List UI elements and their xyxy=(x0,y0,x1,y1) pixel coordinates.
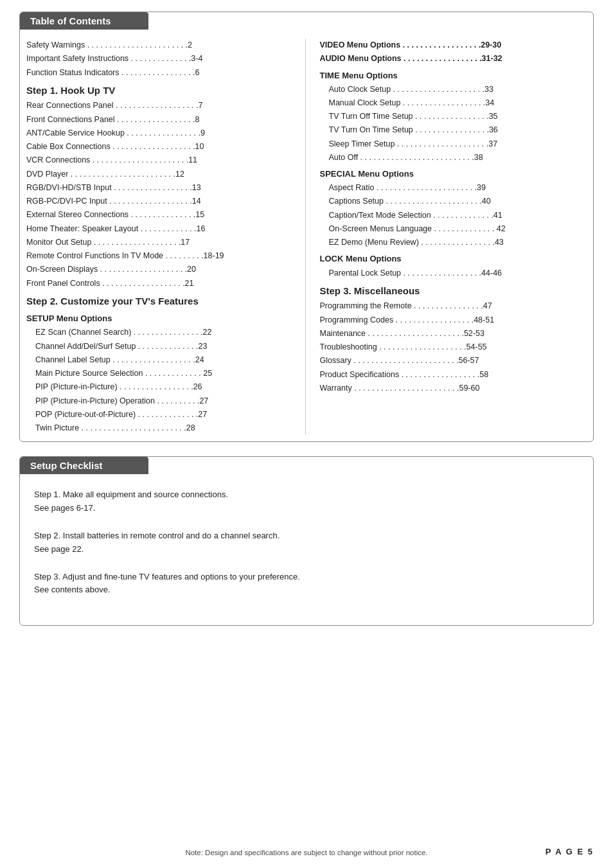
toc-entry: ANT/Cable Service Hookup . . . . . . . .… xyxy=(26,127,294,140)
toc-entry: Channel Add/Del/Surf Setup . . . . . . .… xyxy=(26,340,294,353)
page-wrapper: Table of Contents Safety Warnings . . . … xyxy=(0,0,613,868)
toc-entry: PIP (Picture-in-Picture) . . . . . . . .… xyxy=(26,380,294,394)
footer-note-text: Note: Design and specifications are subj… xyxy=(185,849,427,856)
toc-entry: VCR Connections . . . . . . . . . . . . … xyxy=(26,154,294,167)
toc-entry: Front Panel Controls . . . . . . . . . .… xyxy=(26,277,294,290)
toc-entry: Cable Box Connections . . . . . . . . . … xyxy=(26,140,294,154)
toc-entry: SPECIAL Menu Options xyxy=(320,167,587,181)
toc-entry: Auto Clock Setup . . . . . . . . . . . .… xyxy=(320,83,587,96)
toc-entry: TIME Menu Options xyxy=(320,69,587,83)
toc-entry: PIP (Picture-in-Picture) Operation . . .… xyxy=(26,394,294,408)
toc-entry: TV Turn On Time Setup . . . . . . . . . … xyxy=(320,123,587,137)
toc-entry: Parental Lock Setup . . . . . . . . . . … xyxy=(320,267,587,280)
toc-entry: TV Turn Off Time Setup . . . . . . . . .… xyxy=(320,110,587,123)
toc-entry: Aspect Ratio . . . . . . . . . . . . . .… xyxy=(320,181,587,195)
setup-step: Step 3. Adjust and fine-tune TV features… xyxy=(34,571,579,598)
toc-entry: Home Theater: Speaker Layout . . . . . .… xyxy=(26,222,294,236)
checklist-content: Step 1. Make all equipment and source co… xyxy=(20,474,593,625)
toc-entry: AUDIO Menu Options . . . . . . . . . . .… xyxy=(320,52,587,66)
toc-entry: EZ Scan (Channel Search) . . . . . . . .… xyxy=(26,326,294,339)
toc-entry: Twin Picture . . . . . . . . . . . . . .… xyxy=(26,421,294,435)
toc-entry: LOCK Menu Options xyxy=(320,252,587,266)
toc-entry: Captions Setup . . . . . . . . . . . . .… xyxy=(320,195,587,208)
toc-entry: Function Status Indicators . . . . . . .… xyxy=(26,66,294,80)
toc-entry: On-Screen Menus Language . . . . . . . .… xyxy=(320,222,587,236)
toc-entry: Step 3. Miscellaneous xyxy=(320,283,587,299)
toc-entry: VIDEO Menu Options . . . . . . . . . . .… xyxy=(320,39,587,52)
toc-entry: EZ Demo (Menu Review) . . . . . . . . . … xyxy=(320,236,587,249)
setup-checklist-section: Setup Checklist Step 1. Make all equipme… xyxy=(19,456,594,626)
toc-entry: Warranty . . . . . . . . . . . . . . . .… xyxy=(320,382,587,395)
checklist-header-row: Setup Checklist xyxy=(20,457,593,474)
toc-section: Table of Contents Safety Warnings . . . … xyxy=(19,12,594,442)
toc-content: Safety Warnings . . . . . . . . . . . . … xyxy=(20,30,593,441)
toc-entry: Programming Codes . . . . . . . . . . . … xyxy=(320,314,587,327)
toc-entry: Programming the Remote . . . . . . . . .… xyxy=(320,299,587,313)
toc-entry: Auto Off . . . . . . . . . . . . . . . .… xyxy=(320,151,587,164)
toc-entry: Maintenance . . . . . . . . . . . . . . … xyxy=(320,327,587,341)
toc-left-column: Safety Warnings . . . . . . . . . . . . … xyxy=(26,39,306,435)
toc-entry: Sleep Timer Setup . . . . . . . . . . . … xyxy=(320,137,587,151)
toc-entry: POP (Picture-out-of-Picture) . . . . . .… xyxy=(26,408,294,421)
toc-entry: Safety Warnings . . . . . . . . . . . . … xyxy=(26,39,294,52)
toc-header-row: Table of Contents xyxy=(20,12,593,30)
toc-entry: RGB-PC/DVI-PC Input . . . . . . . . . . … xyxy=(26,195,294,208)
toc-entry: Rear Connections Panel . . . . . . . . .… xyxy=(26,99,294,112)
setup-step: Step 2. Install batteries in remote cont… xyxy=(34,529,579,556)
toc-entry: On-Screen Displays . . . . . . . . . . .… xyxy=(26,263,294,276)
toc-entry: Troubleshooting . . . . . . . . . . . . … xyxy=(320,341,587,354)
toc-entry: Caption/Text Mode Selection . . . . . . … xyxy=(320,209,587,222)
toc-entry: Front Connections Panel . . . . . . . . … xyxy=(26,113,294,127)
toc-entry: External Stereo Connections . . . . . . … xyxy=(26,208,294,222)
toc-entry: Glossary . . . . . . . . . . . . . . . .… xyxy=(320,354,587,368)
toc-entry: Manual Clock Setup . . . . . . . . . . .… xyxy=(320,96,587,110)
page-number: P A G E 5 xyxy=(546,847,594,856)
footer-note: Note: Design and specifications are subj… xyxy=(0,849,613,856)
toc-entry: SETUP Menu Options xyxy=(26,312,294,326)
toc-entry: RGB/DVI-HD/STB Input . . . . . . . . . .… xyxy=(26,181,294,195)
toc-entry: DVD Player . . . . . . . . . . . . . . .… xyxy=(26,168,294,181)
toc-entry: Main Picture Source Selection . . . . . … xyxy=(26,367,294,380)
setup-step: Step 1. Make all equipment and source co… xyxy=(34,488,579,515)
toc-header: Table of Contents xyxy=(20,12,148,30)
toc-entry: Remote Control Functions In TV Mode . . … xyxy=(26,249,294,263)
toc-entry: Monitor Out Setup . . . . . . . . . . . … xyxy=(26,236,294,249)
checklist-header: Setup Checklist xyxy=(20,457,148,474)
toc-entry: Channel Label Setup . . . . . . . . . . … xyxy=(26,353,294,367)
toc-entry: Step 1. Hook Up TV xyxy=(26,82,294,99)
toc-entry: Step 2. Customize your TV's Features xyxy=(26,293,294,310)
toc-entry: Important Safety Instructions . . . . . … xyxy=(26,52,294,66)
toc-entry: Product Specifications . . . . . . . . .… xyxy=(320,368,587,382)
toc-right-column: VIDEO Menu Options . . . . . . . . . . .… xyxy=(306,39,587,435)
